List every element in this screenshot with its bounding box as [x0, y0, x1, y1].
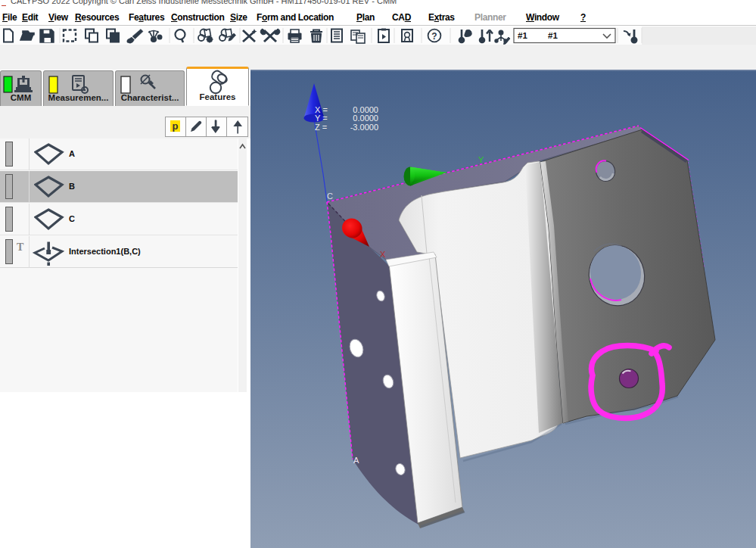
svg-text:0.0000: 0.0000 [353, 105, 378, 114]
svg-text:0.0000: 0.0000 [353, 114, 378, 123]
svg-text:Z =: Z = [315, 123, 327, 132]
svg-text:-3.0000: -3.0000 [350, 123, 378, 132]
svg-text:#1: #1 [548, 31, 558, 40]
svg-text:X: X [380, 250, 386, 259]
svg-text:p: p [173, 120, 179, 132]
svg-text:Y =: Y = [315, 114, 328, 123]
svg-text:#1: #1 [518, 31, 527, 40]
svg-text:Y: Y [478, 155, 484, 164]
svg-text:A: A [353, 456, 359, 465]
svg-text:X =: X = [315, 105, 328, 114]
svg-text:?: ? [431, 31, 437, 42]
svg-text:C: C [327, 191, 333, 201]
